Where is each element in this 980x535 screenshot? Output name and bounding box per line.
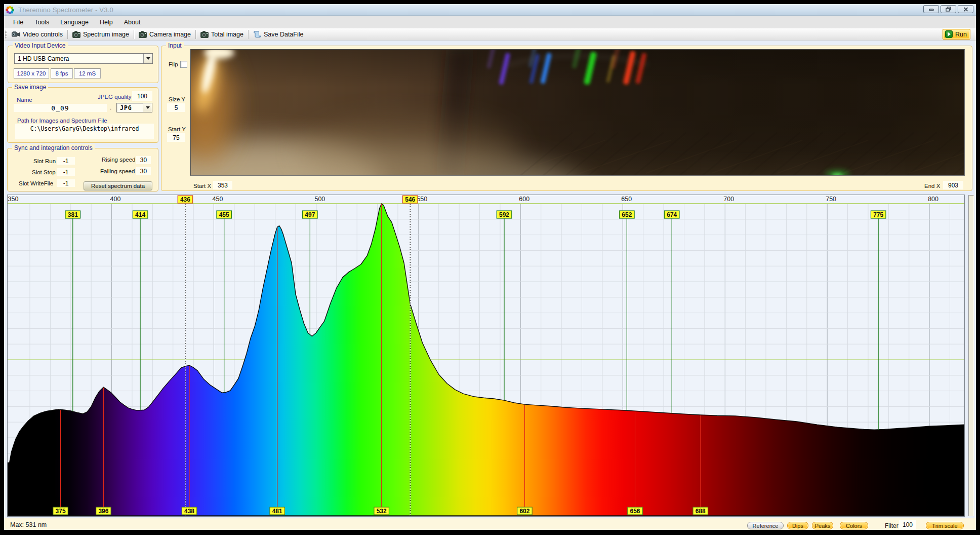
run-label: Run <box>955 31 967 38</box>
slot-run-label: Slot Run <box>33 158 56 164</box>
group-caption: Sync and integration controls <box>12 144 95 151</box>
video-camera-icon <box>12 31 20 38</box>
jpeg-quality-value[interactable]: 100 <box>132 91 152 101</box>
name-label: Name <box>17 97 32 103</box>
svg-text:550: 550 <box>417 196 427 203</box>
jpeg-quality-label: JPEG quality <box>98 94 131 100</box>
camera-icon <box>200 31 209 38</box>
spectrum-chart[interactable]: 3504004505005506006507007508003814144554… <box>7 195 965 517</box>
svg-text:500: 500 <box>314 196 325 203</box>
flip-label: Flip <box>169 61 178 67</box>
video-device-value: 1 HD USB Camera <box>15 55 143 62</box>
svg-text:700: 700 <box>723 196 734 203</box>
falling-speed-value[interactable]: 30 <box>136 167 151 175</box>
dropdown-arrow-icon[interactable] <box>143 54 152 63</box>
resolution-box: 1280 x 720 <box>14 68 49 79</box>
close-icon <box>963 7 968 12</box>
toolbar-video-controls[interactable]: Video controls <box>8 29 66 40</box>
framerate-box: 8 fps <box>51 68 73 79</box>
run-play-icon <box>945 30 953 38</box>
svg-text:414: 414 <box>135 211 145 218</box>
svg-text:674: 674 <box>667 211 677 218</box>
svg-text:481: 481 <box>272 508 282 515</box>
svg-text:600: 600 <box>519 196 529 203</box>
toolbar-label: Spectrum image <box>83 31 129 38</box>
format-value: JPG <box>117 104 143 111</box>
toolbar-grip <box>5 30 7 39</box>
video-device-select[interactable]: 1 HD USB Camera <box>14 53 153 64</box>
rising-speed-value[interactable]: 30 <box>136 156 151 164</box>
menu-help[interactable]: Help <box>95 17 117 27</box>
toolbar-separator <box>195 30 196 39</box>
slot-run-value[interactable]: -1 <box>57 157 75 165</box>
svg-text:450: 450 <box>213 196 223 203</box>
trim-scale-button[interactable]: Trim scale <box>926 522 964 529</box>
menu-file[interactable]: File <box>9 17 28 27</box>
save-image-group: Save image Name JPEG quality 100 0_09 . … <box>7 87 158 143</box>
reference-button[interactable]: Reference <box>747 522 784 529</box>
path-value[interactable]: C:\Users\GaryG\Desktop\infrared <box>15 124 154 139</box>
svg-text:350: 350 <box>8 196 19 203</box>
svg-text:497: 497 <box>305 211 315 218</box>
toolbar-total-image[interactable]: Total image <box>197 29 247 40</box>
camera-preview-image[interactable] <box>190 49 965 176</box>
close-button[interactable] <box>958 5 973 13</box>
group-caption: Video Input Device <box>13 42 68 49</box>
filter-value[interactable]: 100 <box>899 520 916 529</box>
path-label: Path for Images and Spectrum File <box>17 118 107 124</box>
slot-stop-value[interactable]: -1 <box>57 168 75 176</box>
minimize-icon <box>929 7 934 12</box>
scroll-icon <box>253 30 261 38</box>
svg-text:381: 381 <box>68 211 78 218</box>
rising-speed-label: Rising speed <box>102 157 135 163</box>
name-input[interactable]: 0_09 <box>14 104 107 112</box>
toolbar-separator <box>134 30 134 39</box>
toolbar-label: Camera image <box>149 31 191 38</box>
dips-button[interactable]: Dips <box>787 522 808 529</box>
start-y-value[interactable]: 75 <box>167 133 185 142</box>
svg-text:800: 800 <box>928 196 938 203</box>
svg-text:750: 750 <box>826 196 836 203</box>
camera-icon <box>139 31 147 38</box>
toolbar-spectrum-image[interactable]: Spectrum image <box>69 29 133 40</box>
svg-text:688: 688 <box>696 508 706 515</box>
svg-text:775: 775 <box>873 211 883 218</box>
menu-bar: File Tools Language Help About <box>4 16 976 28</box>
size-y-value[interactable]: 5 <box>167 103 185 112</box>
dropdown-arrow-icon[interactable] <box>143 103 152 112</box>
run-button[interactable]: Run <box>943 29 970 40</box>
exposure-box: 12 mS <box>74 68 101 79</box>
camera-icon <box>72 31 80 38</box>
group-caption: Input <box>166 42 184 49</box>
svg-text:650: 650 <box>621 196 632 203</box>
toolbar-camera-image[interactable]: Camera image <box>135 29 194 40</box>
svg-text:592: 592 <box>499 211 509 218</box>
end-x-value[interactable]: 903 <box>943 181 963 189</box>
flip-checkbox[interactable] <box>180 61 187 68</box>
svg-text:396: 396 <box>98 508 108 515</box>
sync-controls-group: Sync and integration controls Slot Run -… <box>7 148 158 192</box>
restore-button[interactable] <box>941 5 956 13</box>
menu-language[interactable]: Language <box>56 17 93 27</box>
slot-writefile-label: Slot WriteFile <box>19 180 53 186</box>
video-input-device-group: Video Input Device 1 HD USB Camera 1280 … <box>8 46 158 83</box>
filter-label: Filter <box>885 522 899 529</box>
minimize-button[interactable] <box>923 5 939 13</box>
colors-button[interactable]: Colors <box>840 522 868 529</box>
start-x-value[interactable]: 353 <box>213 181 232 189</box>
max-wavelength-text: Max: 531 nm <box>10 521 47 528</box>
svg-text:532: 532 <box>377 508 387 515</box>
toolbar-save-datafile[interactable]: Save DataFile <box>250 29 307 40</box>
reset-spectrum-button[interactable]: Reset spectrum data <box>84 181 152 190</box>
peaks-button[interactable]: Peaks <box>812 522 833 529</box>
format-select[interactable]: JPG <box>116 103 152 112</box>
menu-about[interactable]: About <box>119 17 145 27</box>
menu-tools[interactable]: Tools <box>30 17 54 27</box>
svg-text:602: 602 <box>519 508 529 515</box>
size-y-label: Size Y <box>169 96 185 102</box>
toolbar-label: Save DataFile <box>264 31 304 38</box>
svg-text:438: 438 <box>184 508 194 515</box>
slot-writefile-value[interactable]: -1 <box>57 179 75 187</box>
title-bar: Theremino Spectrometer - V3.0 <box>4 4 976 16</box>
chart-scale-scrollbar[interactable] <box>968 195 974 516</box>
